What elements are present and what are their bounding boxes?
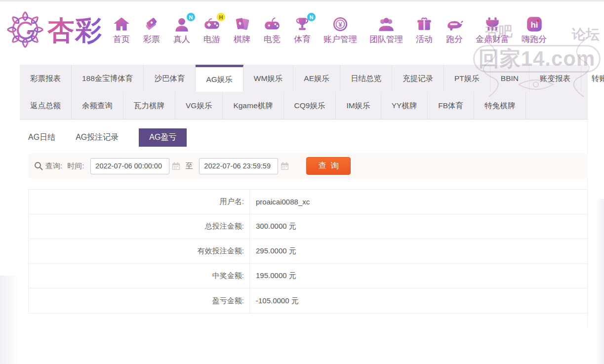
date-to-input[interactable] <box>199 158 278 174</box>
search-icon <box>34 162 43 170</box>
subtab-ag-touzhu-jilu[interactable]: AG投注记录 <box>76 128 119 147</box>
hot-badge: H <box>217 13 225 21</box>
between-label: 至 <box>185 162 193 171</box>
nav-cards[interactable]: 棋牌 <box>233 16 251 45</box>
nav-jinding-wealth[interactable]: 金鼎财富 <box>476 16 509 45</box>
tab-ae-yule[interactable]: AE娱乐 <box>293 65 340 92</box>
nav-label: 棋牌 <box>234 34 250 45</box>
tab-vg-yule[interactable]: VG娱乐 <box>175 92 223 119</box>
page-left-gutter <box>0 276 20 364</box>
row-label: 总投注金额: <box>29 214 250 239</box>
subtab-ag-yingkui[interactable]: AG盈亏 <box>139 128 187 147</box>
nav-label: 体育 <box>294 34 311 45</box>
nav-team-management[interactable]: 团队管理 <box>369 16 403 45</box>
nav-label: 彩票 <box>143 34 160 45</box>
calendar-icon[interactable] <box>281 162 289 170</box>
tab-pt-yule[interactable]: PT娱乐 <box>444 65 490 92</box>
tab-ag-yule[interactable]: AG娱乐 <box>196 65 243 92</box>
nav-esports[interactable]: 电竞 <box>263 16 281 45</box>
table-row-total-bet: 总投注金额: 300.0000 元 <box>29 214 587 239</box>
row-label: 中奖金额: <box>29 264 250 288</box>
nav-account-management[interactable]: ¥ 账户管理 <box>323 16 357 45</box>
table-row-username: 用户名: proaicai0088_xc <box>29 190 587 214</box>
tabs-row-2: 返点总额 余额查询 瓦力棋牌 VG娱乐 Kgame棋牌 CQ9娱乐 IM娱乐 Y… <box>20 92 587 119</box>
date-from-input[interactable] <box>90 158 169 174</box>
tab-caipiao-baobiao[interactable]: 彩票报表 <box>20 65 72 92</box>
svg-text:¥: ¥ <box>338 21 342 28</box>
tab-wm-yule[interactable]: WM娱乐 <box>243 65 294 92</box>
row-value: -105.0000 元 <box>250 288 299 313</box>
nav-label: 电游 <box>203 34 220 45</box>
nav-live[interactable]: N 真人 <box>173 16 191 45</box>
tab-bbin[interactable]: BBIN <box>490 65 529 92</box>
hi-app-icon: hi <box>525 16 543 32</box>
subtab-ag-rijie[interactable]: AG日结 <box>28 128 55 147</box>
tab-fandian-zonge[interactable]: 返点总额 <box>20 92 72 119</box>
tabs-row-1: 彩票报表 188金宝博体育 沙巴体育 AG娱乐 WM娱乐 AE娱乐 日结总览 充… <box>20 65 587 92</box>
nav-hipaofen[interactable]: hi 嗨跑分 <box>522 16 547 45</box>
new-badge: N <box>187 13 195 21</box>
tab-shaba-tiyu[interactable]: 沙巴体育 <box>144 65 196 92</box>
tab-fb-tiyu[interactable]: FB体育 <box>428 92 474 119</box>
tab-content: AG日结 AG投注记录 AG盈亏 查询: 时间: 至 <box>28 128 588 314</box>
ding-cauldron-icon <box>483 16 501 32</box>
top-nav-bar: 杏彩 首页 彩票 N 真人 H 电游 <box>0 1 604 60</box>
query-bar: 查询: 时间: 至 查询 <box>28 154 588 178</box>
query-button[interactable]: 查询 <box>306 157 351 175</box>
tab-yy-qipai[interactable]: YY棋牌 <box>381 92 428 119</box>
nav-lottery[interactable]: 彩票 <box>143 16 161 45</box>
nav-label: 跑分 <box>446 34 463 45</box>
svg-text:hi: hi <box>530 20 538 30</box>
nav-label: 团队管理 <box>369 34 403 45</box>
esports-gamepad-icon <box>263 16 281 32</box>
gift-icon <box>415 16 433 32</box>
row-label: 有效投注金额: <box>29 239 250 263</box>
row-value: proaicai0088_xc <box>250 190 310 214</box>
main-nav: 首页 彩票 N 真人 H 电游 <box>113 16 547 45</box>
report-tabs: 彩票报表 188金宝博体育 沙巴体育 AG娱乐 WM娱乐 AE娱乐 日结总览 充… <box>20 65 587 120</box>
logo-text: 杏彩 <box>47 13 103 49</box>
nav-label: 活动 <box>416 34 433 45</box>
tab-cq9-yule[interactable]: CQ9娱乐 <box>284 92 336 119</box>
nav-label: 电竞 <box>264 34 281 45</box>
time-label: 时间: <box>67 162 84 171</box>
query-label: 查询: <box>45 162 62 171</box>
ticket-icon <box>143 16 161 32</box>
page-right-gutter <box>596 199 604 364</box>
profit-loss-table: 用户名: proaicai0088_xc 总投注金额: 300.0000 元 有… <box>28 189 588 314</box>
nav-paofen[interactable]: 跑分 <box>445 16 463 45</box>
tab-im-yule[interactable]: IM娱乐 <box>336 92 381 119</box>
tab-yue-chaxun[interactable]: 余额查询 <box>72 92 123 119</box>
calendar-icon[interactable] <box>172 162 180 170</box>
row-value: 300.0000 元 <box>250 214 296 239</box>
row-value: 295.0000 元 <box>250 239 296 263</box>
nav-sports[interactable]: N 体育 <box>293 16 311 45</box>
tab-rijie-zonglan[interactable]: 日结总览 <box>340 65 392 92</box>
nav-label: 真人 <box>173 34 190 45</box>
new-badge: N <box>307 13 316 21</box>
nav-label: 嗨跑分 <box>522 34 547 45</box>
site-logo[interactable]: 杏彩 <box>6 10 103 51</box>
tab-tetu-qipai[interactable]: 特兔棋牌 <box>474 92 526 119</box>
table-row-win-amount: 中奖金额: 195.0000 元 <box>29 264 587 288</box>
cards-icon <box>233 16 251 32</box>
tab-chongti-jilu[interactable]: 充提记录 <box>392 65 444 92</box>
nav-label: 账户管理 <box>323 34 357 45</box>
home-icon <box>113 16 130 32</box>
main-panel: 彩票报表 188金宝博体育 沙巴体育 AG娱乐 WM娱乐 AE娱乐 日结总览 充… <box>20 65 588 327</box>
nav-activities[interactable]: 活动 <box>415 16 433 45</box>
table-row-valid-bet: 有效投注金额: 295.0000 元 <box>29 239 587 264</box>
nav-egames[interactable]: H 电游 <box>203 16 221 45</box>
row-label: 盈亏金额: <box>29 288 250 313</box>
nav-label: 金鼎财富 <box>476 34 509 45</box>
nav-label: 首页 <box>113 34 130 45</box>
tab-zhangbian-baobiao[interactable]: 账变报表 <box>529 65 581 92</box>
tab-wali-qipai[interactable]: 瓦力棋牌 <box>123 92 175 119</box>
tab-kgame-qipai[interactable]: Kgame棋牌 <box>223 92 283 119</box>
nav-home[interactable]: 首页 <box>113 16 130 45</box>
logo-flower-icon <box>6 10 44 51</box>
ag-subtabs: AG日结 AG投注记录 AG盈亏 <box>28 128 588 147</box>
tab-188-jinbaobo-tiyu[interactable]: 188金宝博体育 <box>72 65 144 92</box>
coin-icon: ¥ <box>331 16 349 32</box>
tab-zhuanzhang-baobiao[interactable]: 转账报表 <box>581 65 604 92</box>
